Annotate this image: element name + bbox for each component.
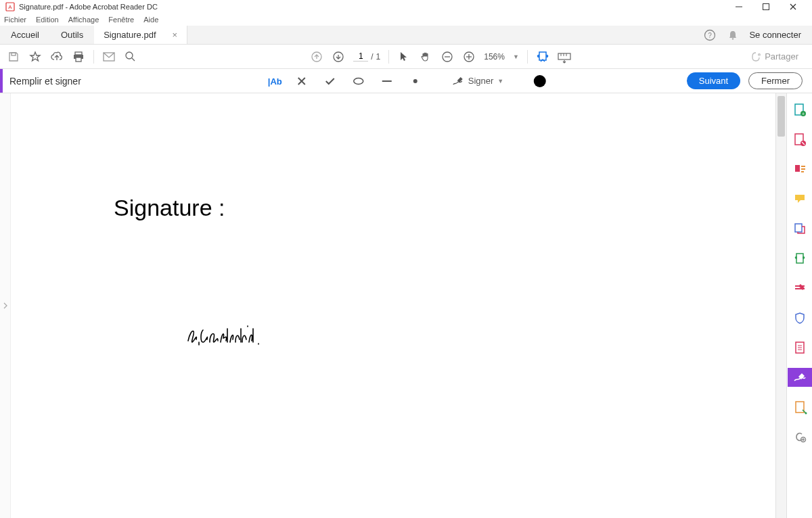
- document-page[interactable]: Signature :: [11, 93, 775, 518]
- svg-line-15: [132, 58, 135, 61]
- svg-point-8: [732, 38, 734, 39]
- tab-document-label: Signature.pdf: [104, 30, 156, 40]
- zoom-out-icon[interactable]: [441, 50, 454, 64]
- x-tool-icon[interactable]: [295, 74, 309, 88]
- close-button[interactable]: Fermer: [748, 72, 803, 89]
- svg-text:?: ?: [708, 31, 713, 39]
- page-up-icon[interactable]: [310, 50, 323, 64]
- svg-rect-53: [796, 402, 804, 413]
- print-icon[interactable]: [72, 50, 85, 64]
- tool-comment-icon[interactable]: [788, 189, 812, 208]
- hand-icon[interactable]: [419, 50, 432, 64]
- svg-rect-24: [558, 53, 570, 60]
- handwritten-signature: [185, 323, 273, 350]
- save-icon[interactable]: [7, 50, 20, 64]
- page-indicator: / 1: [353, 51, 380, 62]
- document-heading: Signature :: [114, 195, 225, 221]
- vertical-scrollbar[interactable]: [775, 93, 786, 518]
- tool-protect-icon[interactable]: [788, 308, 812, 327]
- main-toolbar: / 1 156% ▼ + Partager: [0, 45, 812, 69]
- close-window-button[interactable]: [780, 0, 807, 14]
- help-icon[interactable]: ?: [703, 28, 717, 42]
- mail-icon[interactable]: [102, 50, 116, 64]
- fill-sign-bar: Remplir et signer |Ab Signer ▼ Suivant F…: [0, 69, 812, 93]
- tool-compress-icon[interactable]: [788, 249, 812, 268]
- svg-point-35: [413, 79, 418, 83]
- svg-text:+: +: [758, 53, 761, 57]
- menu-aide[interactable]: Aide: [143, 16, 158, 24]
- sign-pen-icon: [452, 76, 464, 87]
- ruler-icon[interactable]: [558, 50, 571, 64]
- color-picker[interactable]: [533, 75, 545, 87]
- tab-tools[interactable]: Outils: [50, 26, 94, 44]
- circle-tool-icon[interactable]: [352, 74, 365, 88]
- bell-icon[interactable]: [726, 28, 740, 42]
- menu-edition[interactable]: Edition: [36, 16, 59, 24]
- dot-tool-icon[interactable]: [409, 74, 422, 88]
- svg-text:A: A: [8, 4, 12, 10]
- menu-fenetre[interactable]: Fenêtre: [108, 16, 134, 24]
- tool-organize-icon[interactable]: [788, 219, 812, 238]
- fill-sign-label: Remplir et signer: [9, 76, 81, 87]
- sign-tool[interactable]: Signer ▼: [452, 76, 504, 87]
- tab-bar: Accueil Outils Signature.pdf × ? Se conn…: [0, 26, 812, 45]
- title-bar: A Signature.pdf - Adobe Acrobat Reader D…: [0, 0, 812, 14]
- page-down-icon[interactable]: [332, 50, 345, 64]
- tool-edit-pdf-icon[interactable]: [788, 130, 812, 149]
- zoom-dropdown-icon[interactable]: ▼: [513, 53, 519, 60]
- tool-send-sign-icon[interactable]: [788, 398, 812, 417]
- tab-close-icon[interactable]: ×: [173, 30, 178, 40]
- fit-width-icon[interactable]: [536, 50, 549, 64]
- svg-rect-3: [763, 4, 769, 10]
- right-tools-panel: +: [786, 93, 812, 518]
- tool-create-pdf-icon[interactable]: +: [788, 100, 812, 119]
- search-icon[interactable]: [124, 50, 137, 64]
- line-tool-icon[interactable]: [380, 74, 394, 88]
- svg-rect-46: [796, 254, 803, 263]
- zoom-level[interactable]: 156%: [484, 52, 505, 62]
- tool-fill-sign-icon[interactable]: [788, 368, 812, 387]
- tool-more-icon[interactable]: [788, 427, 812, 446]
- maximize-button[interactable]: [752, 0, 780, 14]
- tool-redact-icon[interactable]: [788, 279, 812, 298]
- menu-affichage[interactable]: Affichage: [68, 16, 99, 24]
- cloud-upload-icon[interactable]: [50, 50, 64, 64]
- window-title: Signature.pdf - Adobe Acrobat Reader DC: [19, 3, 158, 11]
- svg-point-14: [126, 52, 133, 59]
- zoom-in-icon[interactable]: [462, 50, 476, 64]
- page-current-input[interactable]: [353, 51, 368, 62]
- minimize-button[interactable]: [725, 0, 752, 14]
- menu-fichier[interactable]: Fichier: [4, 16, 26, 24]
- page-total: 1: [376, 52, 381, 62]
- svg-rect-41: [795, 165, 800, 172]
- pointer-icon[interactable]: [397, 50, 411, 64]
- next-button[interactable]: Suivant: [687, 72, 740, 89]
- svg-point-54: [805, 413, 807, 415]
- fill-sign-accent: [0, 69, 3, 93]
- tool-export-pdf-icon[interactable]: [788, 160, 812, 179]
- scrollbar-thumb[interactable]: [777, 96, 785, 137]
- app-icon: A: [5, 2, 15, 11]
- tab-document[interactable]: Signature.pdf ×: [94, 26, 187, 44]
- left-panel-toggle[interactable]: [0, 93, 11, 518]
- text-tool-icon[interactable]: |Ab: [267, 74, 280, 88]
- svg-text:|Ab: |Ab: [268, 76, 282, 87]
- check-tool-icon[interactable]: [323, 74, 337, 88]
- sign-in-link[interactable]: Se connecter: [749, 30, 801, 40]
- svg-rect-10: [75, 52, 82, 55]
- tab-home[interactable]: Accueil: [0, 26, 50, 44]
- share-button[interactable]: + Partager: [744, 49, 805, 65]
- svg-rect-12: [76, 57, 81, 62]
- svg-rect-45: [795, 224, 802, 232]
- tool-combine-icon[interactable]: [788, 338, 812, 357]
- svg-text:+: +: [801, 112, 804, 116]
- svg-point-33: [354, 78, 363, 84]
- content-area: Signature : +: [0, 93, 812, 518]
- svg-rect-9: [12, 53, 16, 55]
- star-icon[interactable]: [28, 50, 42, 64]
- menu-bar: Fichier Edition Affichage Fenêtre Aide: [0, 14, 812, 26]
